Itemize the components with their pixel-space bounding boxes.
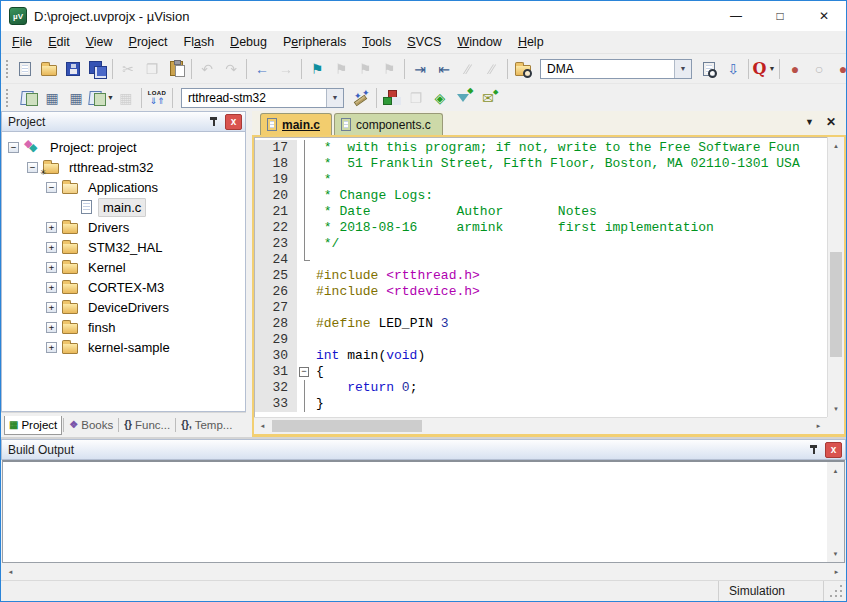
chevron-down-icon[interactable]: ▼ [674, 60, 691, 78]
code-editor-surface[interactable]: 17 * with this program; if not, write to… [254, 137, 827, 417]
scroll-up-icon[interactable]: ▲ [828, 137, 844, 154]
find-text-combo[interactable]: DMA▼ [540, 59, 692, 79]
menu-view[interactable]: View [78, 33, 121, 51]
menu-debug[interactable]: Debug [222, 33, 275, 51]
tree-expander[interactable]: + [46, 322, 57, 333]
scroll-down-icon[interactable]: ▼ [828, 400, 844, 417]
tree-expander[interactable]: + [46, 242, 57, 253]
manage-rte-button[interactable] [380, 86, 404, 110]
tree-expander[interactable]: − [27, 162, 38, 173]
chevron-down-icon[interactable]: ▼ [326, 89, 343, 107]
pin-icon[interactable] [806, 442, 822, 458]
select-software-packs-button[interactable]: ◈ [428, 86, 452, 110]
panel-tab-project[interactable]: ▦Project [4, 416, 62, 435]
save-button[interactable] [61, 57, 85, 81]
enable-breakpoint-button[interactable]: ○ [807, 57, 831, 81]
new-file-button[interactable] [13, 57, 37, 81]
toggle-bookmark-button[interactable]: ⚑ [305, 57, 329, 81]
download-button[interactable]: LOAD [145, 86, 169, 110]
tab-list-dropdown-icon[interactable]: ▼ [805, 117, 814, 127]
project-tree[interactable]: −Project: project−rtthread-stm32−Applica… [1, 132, 246, 412]
fold-margin[interactable]: − [297, 364, 313, 380]
pack-installer-button[interactable] [476, 86, 500, 110]
tree-item-kernel-sample[interactable]: +kernel-sample [2, 337, 245, 357]
scroll-left-icon[interactable]: ◄ [2, 563, 19, 580]
rebuild-button[interactable]: ▦ [64, 86, 88, 110]
tree-expander[interactable]: + [46, 302, 57, 313]
menu-edit[interactable]: Edit [40, 33, 78, 51]
editor-tab-main-c[interactable]: main.c [260, 113, 332, 135]
batch-build-button[interactable]: ▼ [88, 86, 114, 110]
menu-project[interactable]: Project [121, 33, 176, 51]
menu-tools[interactable]: Tools [354, 33, 399, 51]
tree-item-kernel[interactable]: +Kernel [2, 257, 245, 277]
tree-expander[interactable]: + [46, 342, 57, 353]
build-output-vertical-scrollbar[interactable]: ▲ ▼ [827, 462, 844, 562]
indent-left-button[interactable]: ⇤ [432, 57, 456, 81]
tree-expander[interactable]: + [46, 282, 57, 293]
save-all-button[interactable] [85, 57, 109, 81]
tree-item-stm32-hal[interactable]: +STM32_HAL [2, 237, 245, 257]
navigate-back-button[interactable]: ← [250, 57, 274, 81]
scroll-up-icon[interactable]: ▲ [827, 462, 844, 479]
close-document-icon[interactable]: ✕ [826, 115, 836, 129]
tree-expander[interactable]: − [46, 182, 57, 193]
menu-window[interactable]: Window [449, 33, 509, 51]
menu-flash[interactable]: Flash [176, 33, 223, 51]
find-in-files-button[interactable] [511, 57, 535, 81]
menu-help[interactable]: Help [510, 33, 552, 51]
target-select-combo[interactable]: rtthread-stm32▼ [181, 88, 344, 108]
scroll-right-icon[interactable]: ► [810, 418, 827, 435]
tree-item-applications[interactable]: −Applications [2, 177, 245, 197]
build-button[interactable]: ▦ [40, 86, 64, 110]
open-file-button[interactable] [37, 57, 61, 81]
menu-svcs[interactable]: SVCS [399, 33, 449, 51]
indent-right-button[interactable]: ⇥ [408, 57, 432, 81]
build-output-content[interactable] [3, 462, 827, 562]
menu-peripherals[interactable]: Peripherals [275, 33, 354, 51]
editor-vertical-scrollbar[interactable]: ▲ ▼ [827, 137, 844, 417]
scroll-down-icon[interactable]: ▼ [827, 545, 844, 562]
tree-item-cortex-m3[interactable]: +CORTEX-M3 [2, 277, 245, 297]
chevron-down-icon[interactable]: ▼ [107, 94, 114, 101]
toolbar-grip[interactable] [6, 60, 8, 78]
close-button[interactable]: ✕ [802, 1, 846, 31]
panel-tab-func[interactable]: {}Func... [120, 416, 174, 434]
paste-button[interactable] [164, 57, 188, 81]
fold-collapse-icon[interactable]: − [299, 367, 309, 377]
filter-components-button[interactable] [452, 86, 476, 110]
editor-horizontal-scrollbar[interactable]: ◄ ► [254, 417, 827, 434]
build-output-horizontal-scrollbar[interactable]: ◄ ► [1, 563, 846, 580]
options-for-target-button[interactable] [349, 86, 373, 110]
tree-item-main-c[interactable]: main.c [2, 197, 245, 217]
maximize-button[interactable]: □ [758, 1, 802, 31]
scroll-right-icon[interactable]: ► [828, 563, 845, 580]
tree-expander[interactable]: + [46, 222, 57, 233]
panel-tab-books[interactable]: ❖Books [65, 416, 117, 434]
insert-breakpoint-button[interactable]: ● [783, 57, 807, 81]
tree-expander[interactable]: + [46, 262, 57, 273]
incremental-find-button[interactable]: ⇩ [721, 57, 745, 81]
tree-expander[interactable]: − [8, 142, 19, 153]
translate-button[interactable] [16, 86, 40, 110]
menu-file[interactable]: File [4, 33, 40, 51]
resize-grip[interactable] [824, 581, 846, 601]
tree-item-devicedrivers[interactable]: +DeviceDrivers [2, 297, 245, 317]
build-output-close-button[interactable]: x [825, 442, 842, 458]
pin-icon[interactable] [206, 114, 222, 130]
tree-item-drivers[interactable]: +Drivers [2, 217, 245, 237]
project-panel-close-button[interactable]: x [225, 114, 242, 130]
tree-item-rtthread-stm32[interactable]: −rtthread-stm32 [2, 157, 245, 177]
vertical-scroll-thumb[interactable] [830, 252, 842, 357]
disable-breakpoint-button[interactable]: ● [831, 57, 846, 81]
find-in-files-q-button[interactable]: Q▼ [752, 57, 776, 81]
tree-item-finsh[interactable]: +finsh [2, 317, 245, 337]
tree-item-project-project[interactable]: −Project: project [2, 137, 245, 157]
minimize-button[interactable]: — [714, 1, 758, 31]
horizontal-scroll-thumb[interactable] [272, 420, 422, 432]
find-next-button[interactable] [697, 57, 721, 81]
editor-tab-components-c[interactable]: components.c [334, 113, 443, 135]
toolbar-grip[interactable] [6, 89, 11, 107]
chevron-down-icon[interactable]: ▼ [769, 65, 776, 72]
panel-tab-temp[interactable]: {},Temp... [177, 416, 236, 434]
